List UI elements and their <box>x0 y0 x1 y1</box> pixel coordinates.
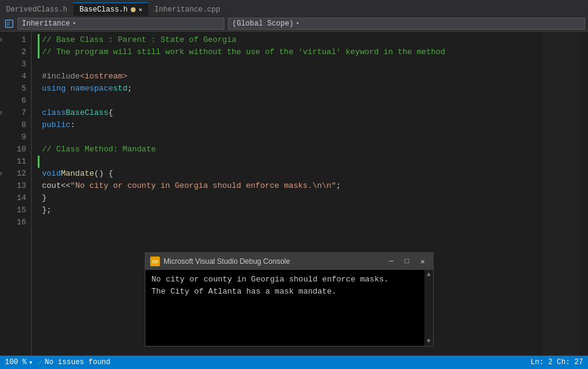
line-number-11: 11 <box>6 156 26 168</box>
tab-label-derived: DerivedClass.h <box>6 5 67 14</box>
status-left: 100 % ▾ ✓ No issues found <box>5 358 525 367</box>
debug-output-line: The City of Atlanta has a mask mandate. <box>151 286 418 298</box>
code-token: Mandate <box>61 168 94 180</box>
code-token: }; <box>42 204 52 216</box>
status-issues-label: No issues found <box>44 358 110 367</box>
tab-baseclass[interactable]: BaseClass.h ✕ <box>74 2 148 16</box>
tab-label-inheritance: Inheritance.cpp <box>154 5 220 14</box>
debug-controls: ─ □ ✕ <box>386 256 428 267</box>
project-dropdown-label: Inheritance <box>22 19 70 28</box>
line-number-4: 4 <box>6 71 26 83</box>
code-token: ; <box>336 180 341 192</box>
status-position: Ln: 2 Ch: 27 <box>531 358 583 367</box>
debug-console: C# Microsoft Visual Studio Debug Console… <box>145 252 434 347</box>
line-number-10: 10 <box>6 143 26 156</box>
debug-close-button[interactable]: ✕ <box>417 256 428 267</box>
change-indicator-1 <box>38 34 40 46</box>
line-number-3: 3 <box>6 58 26 71</box>
debug-minimize-button[interactable]: ─ <box>386 256 396 267</box>
line-number-5: 5 <box>6 83 26 95</box>
line-number-9: 9 <box>6 131 26 143</box>
tab-label-base: BaseClass.h <box>80 5 128 14</box>
line-number-7: ⊟7 <box>6 107 26 119</box>
vertical-scrollbar[interactable] <box>579 32 588 356</box>
status-zoom-label: 100 % <box>5 358 27 367</box>
code-token: : <box>71 119 75 131</box>
editor-area: ⊟123456⊟7891011⊟1213141516 // Base Class… <box>0 32 588 356</box>
code-token: public <box>42 119 71 131</box>
debug-title: Microsoft Visual Studio Debug Console <box>164 257 382 266</box>
code-line-15: }; <box>38 204 543 216</box>
scope-dropdown-label: (Global Scope) <box>232 19 294 28</box>
code-line-3 <box>38 58 543 71</box>
project-dropdown[interactable]: Inheritance ▾ <box>18 18 224 30</box>
minimap <box>543 32 579 356</box>
code-line-12: void Mandate() { <box>38 168 543 180</box>
line-number-13: 13 <box>6 180 26 192</box>
line-number-6: 6 <box>6 95 26 107</box>
debug-scroll-down-arrow[interactable]: ▼ <box>426 337 432 346</box>
status-bar: 100 % ▾ ✓ No issues found Ln: 2 Ch: 27 <box>0 356 588 369</box>
code-token: #include <box>42 71 80 83</box>
code-token: <iostream> <box>80 71 127 83</box>
code-token: // Base Class : Parent : State of Georgi… <box>42 34 237 46</box>
tab-inheritance[interactable]: Inheritance.cpp <box>148 2 226 16</box>
code-line-2: // The program will still work without t… <box>38 46 543 58</box>
code-line-16 <box>38 216 543 229</box>
code-token: ; <box>127 83 132 95</box>
scope-dropdown-arrow: ▾ <box>296 20 299 27</box>
line-number-1: ⊟1 <box>6 34 26 46</box>
code-token: BaseClass <box>66 107 108 119</box>
status-issues: ✓ No issues found <box>38 358 110 367</box>
line-number-12: ⊟12 <box>6 168 26 180</box>
debug-maximize-button[interactable]: □ <box>401 256 412 267</box>
tab-close-base[interactable]: ✕ <box>139 6 142 13</box>
change-indicator-2 <box>38 46 40 58</box>
code-token: class <box>42 107 66 119</box>
code-token: { <box>108 107 113 119</box>
code-line-9 <box>38 131 543 143</box>
code-line-7: class BaseClass { <box>38 107 543 119</box>
code-line-13: cout << "No city or county in Georgia sh… <box>38 180 543 192</box>
code-line-14: } <box>38 192 543 204</box>
debug-icon-text: C# <box>152 259 158 264</box>
code-token: void <box>42 168 61 180</box>
status-check-icon: ✓ <box>38 358 42 367</box>
debug-app-icon: C# <box>150 257 160 266</box>
toolbar: P Inheritance ▾ (Global Scope) ▾ <box>0 16 588 32</box>
tab-bar: DerivedClass.h BaseClass.h ✕ Inheritance… <box>0 0 588 16</box>
code-token: using namespace <box>42 83 113 95</box>
code-line-8: public: <box>38 119 543 131</box>
code-token: () { <box>94 168 113 180</box>
debug-output-line: No city or county in Georgia should enfo… <box>151 274 418 286</box>
tab-derivedclass[interactable]: DerivedClass.h <box>0 2 74 16</box>
code-line-6 <box>38 95 543 107</box>
status-zoom-arrow: ▾ <box>29 358 33 367</box>
code-token: cout <box>42 180 61 192</box>
svg-text:P: P <box>7 21 10 27</box>
project-dropdown-arrow: ▾ <box>72 20 75 27</box>
line-number-16: 16 <box>6 216 26 229</box>
line-numbers: ⊟123456⊟7891011⊟1213141516 <box>0 32 32 356</box>
debug-scrollbar[interactable]: ▲ ▼ <box>424 270 433 346</box>
debug-titlebar: C# Microsoft Visual Studio Debug Console… <box>145 253 433 270</box>
debug-output: No city or county in Georgia should enfo… <box>145 270 424 346</box>
code-line-10: // Class Method: Mandate <box>38 143 543 156</box>
code-token: << <box>61 180 71 192</box>
code-line-4: #include <iostream> <box>38 71 543 83</box>
collapse-icon-7[interactable]: ⊟ <box>0 107 2 119</box>
collapse-icon-1[interactable]: ⊟ <box>0 34 2 46</box>
change-indicator-11 <box>38 156 40 168</box>
code-token: } <box>42 192 47 204</box>
collapse-icon-12[interactable]: ⊟ <box>0 168 2 180</box>
code-token: // The program will still work without t… <box>42 46 445 58</box>
code-line-11 <box>38 156 543 168</box>
line-number-2: 2 <box>6 46 26 58</box>
line-number-14: 14 <box>6 192 26 204</box>
code-line-5: using namespace std; <box>38 83 543 95</box>
status-zoom[interactable]: 100 % ▾ <box>5 358 33 367</box>
debug-scroll-up-arrow[interactable]: ▲ <box>426 270 432 279</box>
line-number-8: 8 <box>6 119 26 131</box>
line-number-15: 15 <box>6 204 26 216</box>
scope-dropdown[interactable]: (Global Scope) ▾ <box>228 18 585 30</box>
